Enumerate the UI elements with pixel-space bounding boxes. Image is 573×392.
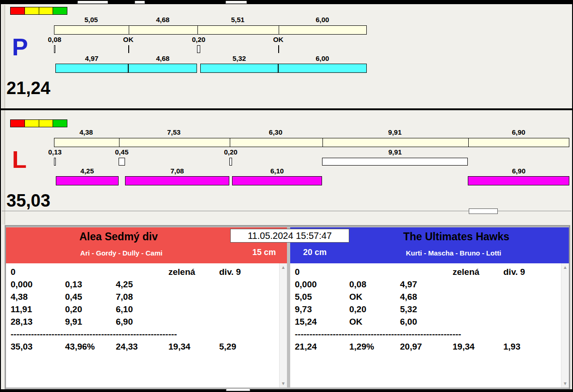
result-cell: 4,38 (11, 292, 28, 302)
scroll-up-icon[interactable]: ▲ (561, 265, 569, 270)
result-cell: 19,34 (453, 342, 475, 352)
measurement-app-window: P21,245,054,685,516,000,08OK0,20OK4,974,… (0, 0, 573, 392)
segment-length-label: 5,05 (77, 16, 106, 24)
joint-tick (278, 45, 279, 53)
result-cell: 7,08 (116, 292, 133, 302)
scroll-down-icon[interactable]: ▼ (561, 381, 569, 386)
small-white-box (469, 208, 498, 214)
result-cell: 0,08 (349, 279, 366, 290)
result-cell: 20,97 (400, 342, 422, 352)
team-right-results[interactable]: 0zelenádiv. 90,0000,084,975,05OK4,689,73… (290, 263, 569, 387)
gap-label: 0,13 (40, 148, 70, 156)
result-cell: 1,29% (349, 342, 374, 352)
result-row: 11,910,206,10 (6, 304, 279, 317)
result-cell: 0,20 (65, 304, 82, 315)
result-row: 21,241,29%20,9719,341,93 (290, 342, 561, 354)
result-row: 9,730,205,32 (290, 304, 561, 317)
window-top-edge (1, 1, 572, 4)
result-cell: 0,45 (65, 292, 82, 302)
segment-length-label: 9,91 (380, 128, 410, 136)
result-row: 0zelenádiv. 9 (6, 267, 279, 279)
lane-letter: P (12, 35, 28, 59)
result-cell: div. 9 (503, 267, 525, 277)
piece-bar (468, 176, 569, 185)
result-cell: 4,97 (400, 279, 417, 290)
panel-divider (1, 108, 572, 110)
status-cell (11, 7, 25, 14)
team-right-scrollbar[interactable]: ▲ ▼ (561, 263, 569, 387)
segment-divider (119, 138, 119, 147)
gap-box (54, 45, 55, 53)
result-cell: 6,90 (116, 317, 133, 327)
result-cell: 6,00 (400, 317, 417, 327)
team-left-ball-size: 15 cm (252, 248, 276, 257)
result-cell: 28,13 (11, 317, 33, 327)
segment-length-label: 6,90 (504, 128, 533, 136)
result-cell: 5,32 (400, 304, 417, 315)
result-cell: 11,91 (11, 304, 32, 315)
result-cell: zelená (453, 267, 479, 277)
result-cell: 19,34 (168, 342, 191, 352)
gap-label: 9,91 (380, 148, 410, 156)
team-right-panel: The Ultimates Hawks Kurti - Mascha - Bru… (290, 227, 569, 387)
piece-length-label: 4,68 (148, 54, 178, 62)
piece-length-label: 6,90 (504, 167, 533, 175)
status-cell (39, 7, 54, 14)
result-cell: 0,000 (295, 279, 317, 290)
piece-bar (56, 176, 119, 185)
team-right-ball-size: 20 cm (303, 248, 327, 257)
result-cell: 5,29 (219, 342, 236, 352)
team-left-results[interactable]: 0zelenádiv. 90,0000,134,254,380,457,0811… (6, 263, 287, 387)
piece-length-label: 4,25 (72, 167, 102, 175)
lane-panel-l: L35,034,387,536,309,916,900,130,450,209,… (1, 117, 572, 221)
window-artifact (226, 1, 247, 4)
piece-bar (128, 64, 197, 73)
team-left-scrollbar[interactable]: ▲ ▼ (279, 263, 287, 387)
lane-total: 21,24 (6, 79, 50, 97)
piece-length-label: 7,08 (162, 167, 192, 175)
window-bottom-edge (1, 389, 572, 391)
result-row: 0,0000,084,97 (290, 279, 561, 292)
gap-box (229, 158, 232, 166)
result-cell: 15,24 (295, 317, 317, 327)
status-traffic-light (10, 7, 67, 15)
result-cell: 35,03 (11, 342, 33, 352)
result-cell: 5,05 (295, 292, 312, 302)
reference-bar (54, 138, 569, 147)
gap-label: 0,20 (184, 36, 214, 43)
result-cell: OK (349, 292, 363, 302)
result-row: 28,139,916,90 (6, 317, 279, 329)
reference-bar (54, 25, 367, 35)
segment-length-label: 6,30 (261, 128, 290, 136)
result-cell: zelená (168, 267, 195, 277)
piece-bar (125, 176, 229, 185)
team-right-name: The Ultimates Hawks (344, 231, 569, 243)
result-cell: 24,33 (116, 342, 138, 352)
gap-box (54, 158, 56, 166)
lane-total: 35,03 (6, 192, 50, 209)
window-artifact (226, 388, 250, 391)
gap-box (119, 158, 125, 166)
segment-divider (230, 138, 230, 147)
gap-box (322, 158, 468, 166)
result-cell: 0 (295, 267, 300, 277)
piece-length-label: 6,10 (263, 167, 292, 175)
gap-label: 0,08 (40, 36, 69, 43)
result-row: 0zelenádiv. 9 (290, 267, 561, 279)
result-cell: div. 9 (219, 267, 241, 277)
status-cell (53, 120, 67, 127)
scroll-up-icon[interactable]: ▲ (280, 265, 287, 270)
scroll-down-icon[interactable]: ▼ (280, 381, 287, 386)
piece-bar (200, 64, 279, 73)
team-right-rows: 0zelenádiv. 90,0000,084,975,05OK4,689,73… (290, 267, 561, 387)
segment-length-label: 7,53 (159, 128, 189, 136)
result-cell: 6,10 (116, 304, 133, 315)
status-cell (25, 120, 39, 127)
result-cell: 21,24 (295, 342, 317, 352)
result-row: 35,0343,96%24,3319,345,29 (6, 342, 279, 354)
result-cell: 1,93 (503, 342, 520, 352)
piece-length-label: 6,00 (308, 54, 337, 62)
result-cell: 0,000 (11, 279, 33, 290)
status-cell (25, 7, 39, 14)
team-right-players: Kurti - Mascha - Bruno - Lotti (338, 249, 569, 257)
